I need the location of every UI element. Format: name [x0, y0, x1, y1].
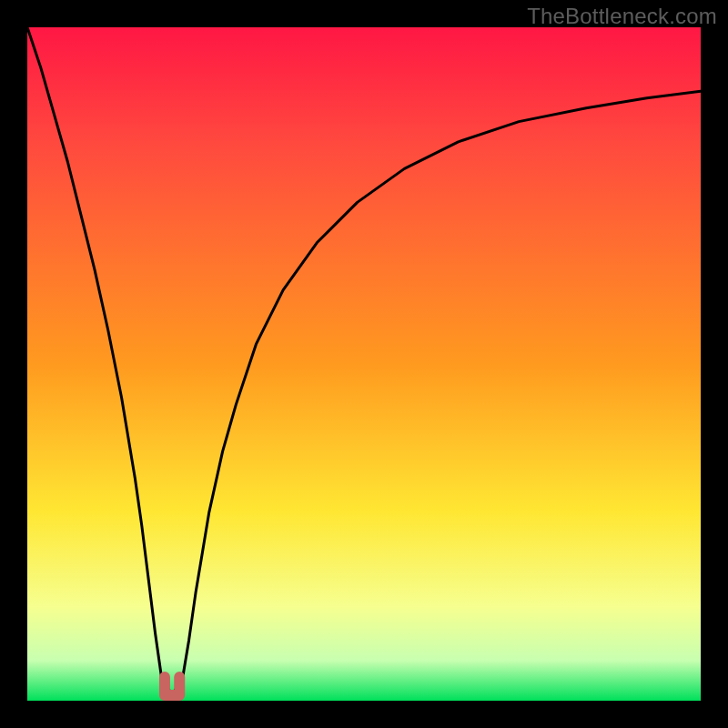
attribution-watermark: TheBottleneck.com — [527, 4, 717, 29]
chart-container: TheBottleneck.com — [0, 0, 728, 728]
gradient-background — [27, 27, 701, 701]
bottleneck-plot-svg — [0, 0, 728, 728]
